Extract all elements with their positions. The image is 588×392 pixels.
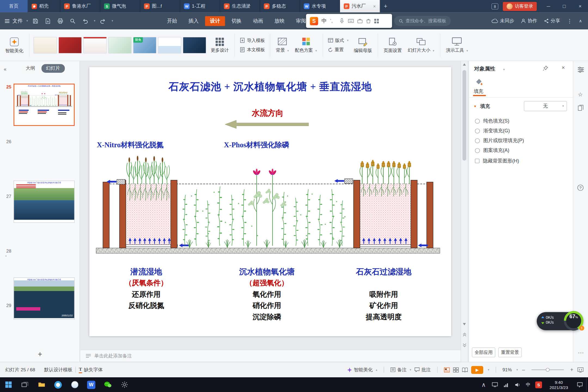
window-list-button[interactable]: 8 <box>492 3 498 9</box>
settings-button[interactable] <box>116 377 133 392</box>
save-button[interactable] <box>30 16 40 26</box>
browser-button[interactable] <box>50 377 66 392</box>
microphone-icon[interactable] <box>339 18 344 24</box>
template-thumbnail[interactable] <box>33 37 57 53</box>
xnitro-label[interactable]: X-Nitro材料强化脱氮 <box>97 140 164 150</box>
tab-slideshow[interactable]: 放映 <box>270 16 289 26</box>
radio-icon[interactable] <box>475 138 480 143</box>
close-button[interactable]: × <box>572 0 588 13</box>
color-scheme-button[interactable]: 配色方案 ▾ <box>292 31 320 59</box>
page-setup-button[interactable]: 页面设置 <box>381 31 405 59</box>
document-tab[interactable]: W水专项 <box>300 0 340 13</box>
next-slide-button[interactable] <box>461 341 468 349</box>
tab-home[interactable]: 开始 <box>162 16 182 26</box>
favorites-star-icon[interactable]: ☆ <box>578 91 583 98</box>
import-template-button[interactable]: 导入模板 <box>240 37 265 44</box>
sogou-logo-icon[interactable]: S <box>310 17 318 25</box>
sogou-tray-icon[interactable]: S <box>533 377 544 392</box>
print-button[interactable] <box>56 16 65 26</box>
flow-direction-arrow[interactable] <box>225 120 309 129</box>
template-thumbnail[interactable] <box>59 37 82 53</box>
qq-button[interactable] <box>66 377 83 392</box>
fill-bucket-icon[interactable] <box>475 78 483 86</box>
undo-button[interactable] <box>80 16 90 26</box>
tray-expand-icon[interactable]: ∧ <box>478 377 489 392</box>
tab-slides[interactable]: 幻灯片 <box>41 64 65 73</box>
boost-gauge[interactable]: 67% 1 <box>564 311 583 330</box>
properties-rail-icon[interactable] <box>577 66 584 73</box>
template-thumbnail[interactable]: 限免 <box>133 37 157 53</box>
document-tab[interactable]: P多稳态 <box>260 0 300 13</box>
scroll-down-icon[interactable] <box>461 320 468 328</box>
minimize-button[interactable]: ─ <box>541 0 556 13</box>
file-menu[interactable]: 文件 <box>13 17 23 24</box>
toolbox-icon[interactable] <box>357 19 362 23</box>
fill-tab-label[interactable]: 填充 <box>474 88 483 95</box>
zoom-out-button[interactable]: – <box>521 367 526 373</box>
document-tab[interactable]: S微气泡 <box>100 0 140 13</box>
more-menu-icon[interactable]: ⋮ <box>567 18 572 24</box>
chevron-down-icon[interactable]: ▾ <box>488 368 489 371</box>
fill-option-picture[interactable]: 图片或纹理填充(P) <box>475 137 524 144</box>
chevron-down-icon[interactable]: ▾ <box>94 19 96 23</box>
flow-direction-label[interactable]: 水流方向 <box>89 108 446 118</box>
more-designs-button[interactable]: 更多设计 <box>208 31 232 59</box>
previous-slide-button[interactable] <box>461 331 468 339</box>
slide-thumbnail-25[interactable]: 石灰石滤池 + 沉水植物氧化塘 + 垂直流湿地 <box>14 84 75 126</box>
close-panel-icon[interactable]: × <box>562 64 565 71</box>
template-thumbnail[interactable] <box>183 37 206 53</box>
editing-canvas[interactable]: 石灰石滤池 + 沉水植物氧化塘 + 垂直流湿地 水流方向 X-Nitro材料强化… <box>80 61 469 362</box>
reset-background-button[interactable]: 重置背景 <box>498 348 522 357</box>
file-explorer-button[interactable] <box>33 377 50 392</box>
tab-transition[interactable]: 切换 <box>226 16 246 26</box>
network-icon[interactable] <box>501 377 512 392</box>
collapse-panel-icon[interactable]: « <box>4 66 7 72</box>
fill-option-solid[interactable]: 纯色填充(S) <box>475 118 509 124</box>
action-center-icon[interactable] <box>573 377 586 392</box>
label-column-3[interactable]: 石灰石过滤湿地 吸附作用 矿化作用 提高透明度 <box>338 266 429 323</box>
maximize-button[interactable]: □ <box>556 0 572 13</box>
fill-option-gradient[interactable]: 渐变填充(G) <box>475 127 510 134</box>
display-icon[interactable] <box>489 377 501 392</box>
start-button[interactable] <box>0 377 17 392</box>
share-button[interactable]: 分享 <box>544 18 560 24</box>
show-desktop-button[interactable] <box>586 377 588 392</box>
radio-icon[interactable] <box>475 118 480 123</box>
xphos-label[interactable]: X-Phos材料强化除磷 <box>224 140 289 150</box>
label-column-2[interactable]: 沉水植物氧化塘 （超强氧化） 氧化作用 硝化作用 沉淀除磷 <box>222 266 312 323</box>
label-column-1[interactable]: 潜流湿地 （厌氧条件） 还原作用 反硝化脱氮 <box>101 266 191 311</box>
apply-all-button[interactable]: 全部应用 <box>472 348 495 357</box>
collaborate-button[interactable]: 协作 <box>521 18 537 24</box>
document-tab[interactable]: W1-工程 <box>180 0 220 13</box>
task-view-button[interactable] <box>17 377 33 392</box>
tab-animation[interactable]: 动画 <box>248 16 268 26</box>
reading-view-button[interactable] <box>462 367 468 372</box>
zoom-slider[interactable] <box>531 369 564 370</box>
volume-icon[interactable] <box>512 377 523 392</box>
fill-type-dropdown[interactable]: 无 ▾ <box>524 101 567 111</box>
shop-bag-icon[interactable] <box>366 19 371 23</box>
docer-tab[interactable]: 稻壳 <box>28 0 60 13</box>
ime-punctuation-indicator[interactable]: ’。 <box>330 18 336 24</box>
missing-font-button[interactable]: T缺失字体 <box>79 367 103 373</box>
play-slideshow-button[interactable]: ▶ <box>471 366 483 374</box>
tab-insert[interactable]: 插入 <box>183 16 203 26</box>
sync-status-button[interactable]: 未同步 <box>492 18 514 24</box>
wechat-button[interactable] <box>100 377 116 392</box>
smart-beautify-button[interactable]: 智能美化 <box>2 31 26 59</box>
zoom-slider-thumb[interactable] <box>546 368 549 372</box>
section-caret-icon[interactable]: ▾ <box>474 104 476 108</box>
template-name[interactable]: 默认设计模板 <box>44 367 72 373</box>
fit-to-window-button[interactable] <box>577 367 583 372</box>
chevron-down-icon[interactable]: ▾ <box>516 368 518 371</box>
document-tab[interactable]: P鲁港水厂 <box>60 0 100 13</box>
home-tab[interactable]: 首页 <box>0 0 28 13</box>
background-button[interactable]: 背景 ▾ <box>273 31 292 59</box>
slide-sorter-view-button[interactable] <box>453 367 459 372</box>
tab-design[interactable]: 设计 <box>205 16 225 26</box>
document-tab[interactable]: P图...f <box>140 0 180 13</box>
template-thumbnail[interactable] <box>108 37 131 53</box>
document-tab[interactable]: P生态清淤 <box>220 0 260 13</box>
more-options-icon[interactable]: ⋯ <box>578 349 585 356</box>
print-preview-button[interactable] <box>68 16 78 26</box>
